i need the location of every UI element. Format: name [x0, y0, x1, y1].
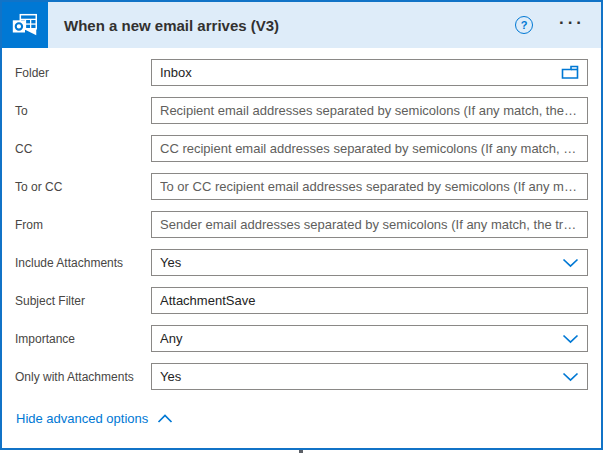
folder-picker-icon[interactable]	[561, 65, 579, 80]
only-with-attachments-dropdown[interactable]: Yes	[151, 363, 588, 390]
cc-field[interactable]	[151, 135, 588, 162]
trigger-card-when-new-email-arrives: When a new email arrives (V3) ? ··· Fold…	[0, 0, 603, 450]
field-row-importance: Importance Any	[15, 325, 588, 352]
subject-filter-input[interactable]	[160, 293, 579, 308]
field-row-include-attachments: Include Attachments Yes	[15, 249, 588, 276]
advanced-options-row: Hide advanced options	[15, 411, 588, 426]
field-label: Include Attachments	[15, 255, 151, 270]
to-or-cc-input[interactable]	[160, 179, 579, 194]
chevron-down-icon[interactable]	[562, 258, 579, 268]
field-label: To or CC	[15, 179, 151, 194]
dropdown-value: Yes	[160, 369, 556, 384]
field-row-from: From	[15, 211, 588, 238]
field-label: From	[15, 217, 151, 232]
field-label: CC	[15, 141, 151, 156]
include-attachments-dropdown[interactable]: Yes	[151, 249, 588, 276]
card-body: Folder To	[2, 48, 601, 426]
dropdown-value: Yes	[160, 255, 556, 270]
field-label: Only with Attachments	[15, 369, 151, 384]
field-label: Folder	[15, 65, 151, 80]
field-row-to-or-cc: To or CC	[15, 173, 588, 200]
ellipsis-menu-icon[interactable]: ···	[559, 14, 585, 37]
flow-designer-canvas: When a new email arrives (V3) ? ··· Fold…	[0, 0, 603, 453]
subject-filter-field[interactable]	[151, 287, 588, 314]
field-row-folder: Folder	[15, 59, 588, 86]
to-input[interactable]	[160, 103, 579, 118]
chevron-down-icon[interactable]	[562, 334, 579, 344]
help-icon[interactable]: ?	[515, 16, 533, 34]
cc-input[interactable]	[160, 141, 579, 156]
field-row-subject-filter: Subject Filter	[15, 287, 588, 314]
to-field[interactable]	[151, 97, 588, 124]
field-row-to: To	[15, 97, 588, 124]
field-label: Importance	[15, 331, 151, 346]
dropdown-value: Any	[160, 331, 556, 346]
hide-advanced-options-link[interactable]: Hide advanced options	[16, 411, 148, 426]
card-title: When a new email arrives (V3)	[64, 17, 515, 34]
outlook-connector-icon	[2, 2, 48, 48]
card-header[interactable]: When a new email arrives (V3) ? ···	[2, 2, 601, 48]
folder-field[interactable]	[151, 59, 588, 86]
to-or-cc-field[interactable]	[151, 173, 588, 200]
field-label: To	[15, 103, 151, 118]
from-field[interactable]	[151, 211, 588, 238]
from-input[interactable]	[160, 217, 579, 232]
field-label: Subject Filter	[15, 293, 151, 308]
folder-input[interactable]	[160, 65, 555, 80]
importance-dropdown[interactable]: Any	[151, 325, 588, 352]
card-header-bar: When a new email arrives (V3) ? ···	[48, 2, 601, 48]
chevron-up-icon[interactable]	[157, 414, 173, 424]
chevron-down-icon[interactable]	[562, 372, 579, 382]
field-row-cc: CC	[15, 135, 588, 162]
field-row-only-with-attachments: Only with Attachments Yes	[15, 363, 588, 390]
